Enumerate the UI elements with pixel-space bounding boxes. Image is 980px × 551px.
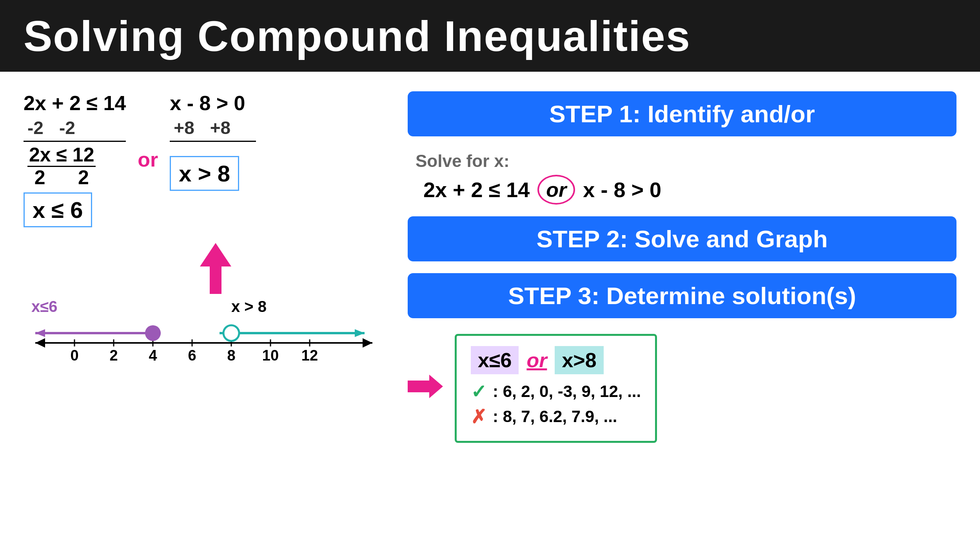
solution-x-le-6: x≤6 — [471, 346, 519, 374]
equation-right: x - 8 > 0 +8 +8 x > 8 — [170, 91, 256, 191]
pink-arrow-area — [408, 375, 443, 398]
nl-label-left: x≤6 — [31, 298, 57, 315]
svg-text:6: 6 — [188, 347, 196, 364]
eq1-divider — [24, 141, 126, 142]
solution-row: x≤6 or x>8 ✓ : 6, 2, 0, -3, 9, 12, ... ✗… — [408, 330, 956, 443]
eq1-fraction-row: 2x ≤ 12 2 2 — [24, 144, 96, 188]
header: Solving Compound Inequalities — [0, 0, 980, 72]
svg-marker-2 — [35, 338, 45, 348]
step1-button: STEP 1: Identify and/or — [408, 91, 956, 136]
step1-or-circle: or — [537, 175, 575, 205]
nl-label-row: x≤6 x > 8 — [24, 298, 384, 321]
svg-marker-5 — [35, 329, 45, 337]
svg-text:10: 10 — [262, 347, 279, 364]
step2-button: STEP 2: Solve and Graph — [408, 216, 956, 261]
fraction-2x: 2x ≤ 12 2 2 — [27, 144, 96, 188]
step1-eq-left: 2x + 2 ≤ 14 — [423, 178, 530, 202]
eq2-ops: +8 +8 — [170, 117, 230, 138]
eq1-op1: -2 — [27, 117, 44, 138]
svg-point-22 — [145, 325, 161, 341]
x-label: : 8, 7, 6.2, 7.9, ... — [493, 407, 617, 426]
eq2-line1: x - 8 > 0 — [170, 91, 245, 115]
left-panel: 2x + 2 ≤ 14 -2 -2 2x ≤ 12 2 2 x ≤ 6 — [24, 91, 384, 533]
svg-point-23 — [223, 325, 239, 341]
solution-top: x≤6 or x>8 — [471, 346, 641, 374]
number-line-svg: 0 2 4 6 8 10 12 — [24, 321, 384, 368]
eq2-divider — [170, 141, 256, 142]
solution-x-row: ✗ : 8, 7, 6.2, 7.9, ... — [471, 406, 641, 428]
solve-for-x-label: Solve for x: — [416, 151, 956, 171]
equation-left: 2x + 2 ≤ 14 -2 -2 2x ≤ 12 2 2 x ≤ 6 — [24, 91, 126, 227]
main-content: 2x + 2 ≤ 14 -2 -2 2x ≤ 12 2 2 x ≤ 6 — [0, 72, 980, 548]
number-line-wrapper: x≤6 x > 8 0 — [24, 298, 384, 370]
svg-marker-3 — [363, 338, 372, 348]
eq1-op2: -2 — [59, 117, 75, 138]
check-mark-icon: ✓ — [471, 381, 486, 402]
svg-text:2: 2 — [109, 347, 118, 364]
equations-row: 2x + 2 ≤ 14 -2 -2 2x ≤ 12 2 2 x ≤ 6 — [24, 91, 384, 227]
right-panel: STEP 1: Identify and/or Solve for x: 2x … — [408, 91, 956, 533]
svg-text:4: 4 — [149, 347, 157, 364]
svg-text:8: 8 — [227, 347, 235, 364]
nl-label-right: x > 8 — [231, 298, 267, 315]
step1-content: Solve for x: 2x + 2 ≤ 14 or x - 8 > 0 — [408, 148, 956, 205]
solution-box: x≤6 or x>8 ✓ : 6, 2, 0, -3, 9, 12, ... ✗… — [455, 334, 657, 443]
eq1-result-box: x ≤ 6 — [24, 192, 92, 227]
eq1-ops: -2 -2 — [24, 117, 75, 138]
svg-marker-7 — [355, 329, 365, 337]
eq2-op1: +8 — [174, 117, 194, 138]
x-mark-icon: ✗ — [471, 406, 486, 428]
eq1-line1: 2x + 2 ≤ 14 — [24, 91, 126, 115]
check-label: : 6, 2, 0, -3, 9, 12, ... — [493, 382, 641, 401]
svg-text:12: 12 — [301, 347, 318, 364]
step1-equation-row: 2x + 2 ≤ 14 or x - 8 > 0 — [423, 175, 956, 205]
eq2-result-box: x > 8 — [170, 156, 239, 191]
solution-check-row: ✓ : 6, 2, 0, -3, 9, 12, ... — [471, 381, 641, 402]
pink-arrow-svg — [408, 375, 443, 398]
solution-x-gt-8: x>8 — [555, 346, 603, 374]
or-connector: or — [126, 148, 170, 171]
step1-eq-right: x - 8 > 0 — [583, 178, 661, 202]
svg-text:0: 0 — [70, 347, 78, 364]
step3-button: STEP 3: Determine solution(s) — [408, 273, 956, 318]
arrow-down — [47, 243, 384, 294]
solution-or: or — [526, 348, 547, 372]
svg-marker-0 — [200, 243, 231, 294]
svg-marker-24 — [408, 375, 443, 398]
eq2-op2: +8 — [210, 117, 230, 138]
page-title: Solving Compound Inequalities — [24, 11, 691, 61]
